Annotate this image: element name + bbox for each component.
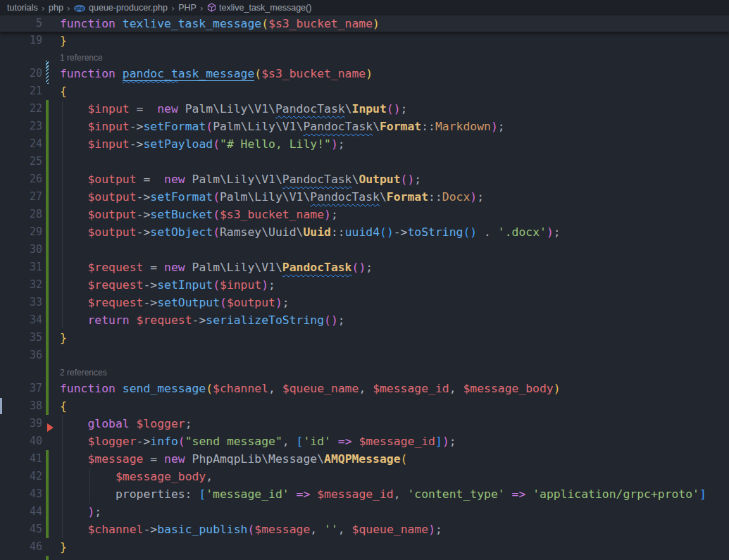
code-line[interactable]: 5function texlive_task_message($s3_bucke… [0,15,380,32]
code-token: $input [87,137,129,151]
code-token: = [143,452,164,466]
breadcrumb-item[interactable]: tutorials [7,3,38,13]
code-token: ; [282,296,289,309]
code-token: $s3_bucket_name [220,208,324,221]
breadcrumb-item[interactable]: phpqueue-producer.php [74,3,168,13]
code-token: Markdown [435,120,491,133]
line-number: 32 [0,276,42,294]
gutter-modified-indicator[interactable] [46,61,49,84]
code-line[interactable]: 28 $output->setBucket($s3_bucket_name); [0,206,729,223]
code-token: $channel [87,523,143,536]
line-number: 21 [0,82,42,100]
indent-guide [89,468,90,503]
code-line[interactable]: 20function pandoc_task_message($s3_bucke… [0,65,729,82]
code-line[interactable]: 38{ [0,397,729,415]
code-token: PandocTask [282,173,352,186]
code-line[interactable]: 21{ [0,82,729,100]
code-text: $input = new Palm\Lily\V1\PandocTask\Inp… [60,100,407,118]
code-token [60,435,87,448]
code-line[interactable]: 44 ); [0,503,729,521]
code-token: ) [407,173,414,186]
code-token: ) [359,261,366,274]
code-token: $queue_name [352,523,429,536]
code-token: } [60,540,67,554]
breadcrumb-item[interactable]: php [49,3,63,13]
code-token: ; [477,190,484,204]
code-token: Output [359,173,400,186]
code-token: ] [435,435,442,448]
code-token: $request [87,261,143,274]
code-line[interactable]: 32 $request->setInput($input); [0,276,729,294]
code-token: new [164,261,185,274]
code-token: ( [401,173,408,186]
gutter-space [42,82,60,100]
code-line[interactable]: 24 $input->setPayload("# Hello, Lily!"); [0,135,729,153]
code-token: uuid4 [345,225,380,239]
codelens-references-link[interactable]: 1 reference [60,49,103,65]
code-line[interactable]: 25 [0,153,729,170]
code-line[interactable]: 41 $message = new PhpAmqpLib\Message\AMQ… [0,450,729,468]
gutter-space [42,380,60,397]
code-line[interactable]: 29 $output->setObject(Ramsey\Uuid\Uuid::… [0,223,729,241]
code-line[interactable]: 43 properties: ['message_id' => $message… [0,485,729,503]
sticky-scroll-line[interactable]: 5function texlive_task_message($s3_bucke… [0,15,729,32]
code-line[interactable]: 42 $message_body, [0,468,729,485]
gutter-space [42,118,60,135]
code-line[interactable]: 35} [0,329,729,347]
editor-pane[interactable]: 19}1 reference20function pandoc_task_mes… [0,15,729,560]
code-line[interactable]: 26 $output = new Palm\Lily\V1\PandocTask… [0,170,729,188]
code-token: \ [352,173,359,186]
gutter-space [42,223,60,241]
code-token: Palm\Lily\V1\ [185,173,282,186]
gutter-deleted-indicator[interactable] [47,423,54,432]
gutter-added-indicator[interactable] [46,100,49,415]
code-token: ( [247,523,254,536]
code-text: $output->setObject(Ramsey\Uuid\Uuid::uui… [60,223,561,241]
code-line[interactable]: 19} [0,32,729,49]
code-line[interactable]: 46} [0,538,729,556]
code-line[interactable]: 40 $logger->info("send message", ['id' =… [0,433,729,450]
gutter-space [42,397,60,415]
line-number: 33 [0,294,42,311]
code-token: serializeToString [206,313,324,327]
gutter-added-indicator[interactable] [46,450,49,538]
code-line[interactable]: 37function send_message($channel, $queue… [0,380,729,397]
gutter-space [42,188,60,206]
code-token: ( [380,225,387,239]
code-text: $output = new Palm\Lily\V1\PandocTask\Ou… [60,170,421,188]
code-token: -> [137,435,151,448]
code-token: PandocTask [310,190,380,204]
breadcrumb-label: PHP [178,3,197,13]
code-token: -> [130,137,144,151]
code-line[interactable]: 31 $request = new Palm\Lily\V1\PandocTas… [0,259,729,276]
code-token: $message_body [116,470,206,483]
code-line[interactable]: 36 [0,347,729,364]
code-line[interactable]: 39 global $logger; [0,415,729,433]
code-line[interactable]: 27 $output->setFormat(Palm\Lily\V1\Pando… [0,188,729,206]
gutter-added-indicator[interactable] [46,556,49,560]
code-line[interactable]: 34 return $request->serializeToString(); [0,311,729,329]
code-token [60,173,87,186]
code-token: setOutput [157,296,220,309]
code-token [525,487,532,501]
code-line[interactable]: 33 $request->setOutput($output); [0,294,729,311]
code-token: ( [261,17,268,30]
code-token: '' [324,523,338,536]
code-token: $message_id [317,487,394,501]
code-line[interactable]: 23 $input->setFormat(Palm\Lily\V1\Pandoc… [0,118,729,135]
code-token: ( [213,208,220,221]
line-number: 26 [0,170,42,188]
code-token: ( [254,67,261,80]
gutter-space [42,153,60,170]
codelens-references-link[interactable]: 2 references [60,364,107,380]
code-line[interactable]: 45 $channel->basic_publish($message, '',… [0,521,729,538]
breadcrumb-item[interactable]: texlive_task_message() [207,3,311,13]
code-token: -> [143,523,157,536]
breadcrumb-item[interactable]: PHP [178,3,197,13]
code-token: ; [268,278,275,292]
code-line[interactable]: 22 $input = new Palm\Lily\V1\PandocTask\… [0,100,729,118]
code-token: ( [213,225,220,239]
code-token: ) [491,120,498,133]
gutter-space [42,170,60,188]
code-line[interactable]: 30 [0,241,729,259]
